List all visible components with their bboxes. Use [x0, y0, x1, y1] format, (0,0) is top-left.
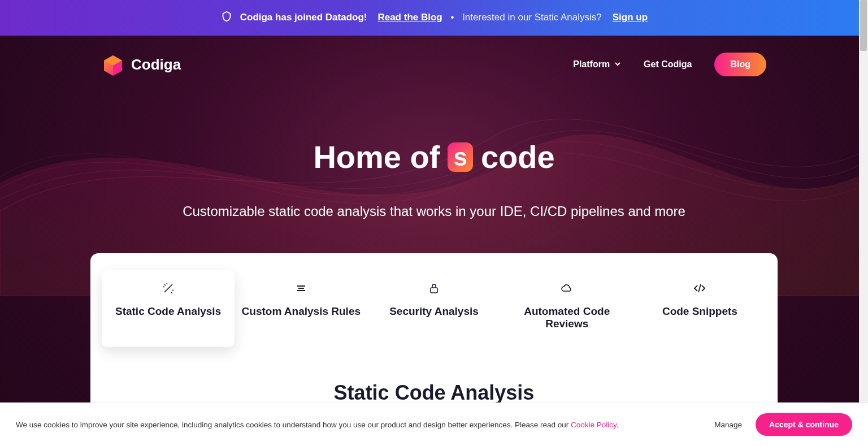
nav-platform-label: Platform: [573, 59, 610, 70]
announcement-read-blog-link[interactable]: Read the Blog: [377, 12, 442, 23]
tab-label: Security Analysis: [389, 305, 479, 317]
tab-static-code-analysis[interactable]: Static Code Analysis: [102, 270, 235, 347]
svg-rect-3: [431, 288, 437, 293]
hero-title: Home of s code: [11, 138, 857, 175]
codiga-logo-icon: [102, 53, 124, 76]
main-header: Codiga Platform Get Codiga Blog: [0, 36, 868, 93]
hero-section: Codiga Platform Get Codiga Blog Home of …: [0, 36, 868, 446]
nav-get-codiga[interactable]: Get Codiga: [644, 59, 692, 70]
announcement-interested-text: Interested in our Static Analysis?: [462, 12, 602, 23]
cookie-banner: We use cookies to improve your site expe…: [0, 402, 868, 446]
datadog-icon: [220, 10, 233, 25]
tab-automated-code-reviews[interactable]: Automated Code Reviews: [501, 270, 633, 347]
code-icon: [639, 282, 761, 295]
section-title: Static Code Analysis: [113, 381, 755, 405]
features-tabs: Static Code Analysis Custom Analysis Rul…: [90, 270, 778, 347]
cookie-actions: Manage Accept & continue: [714, 413, 852, 436]
tab-custom-analysis-rules[interactable]: Custom Analysis Rules: [235, 270, 367, 347]
cloud-icon: [506, 282, 628, 295]
hero-title-right: code: [481, 138, 555, 175]
cookie-text: We use cookies to improve your site expe…: [16, 421, 619, 429]
chevron-down-icon: [614, 59, 621, 70]
nav-platform[interactable]: Platform: [573, 59, 621, 70]
announcement-signup-link[interactable]: Sign up: [613, 12, 648, 23]
separator-dot: •: [450, 12, 454, 23]
cookie-period: .: [617, 421, 619, 429]
list-icon: [240, 282, 362, 295]
nav-blog-button[interactable]: Blog: [714, 53, 766, 76]
tab-label: Automated Code Reviews: [524, 305, 610, 330]
tab-security-analysis[interactable]: Security Analysis: [367, 270, 500, 347]
wand-icon: [107, 282, 229, 295]
brand-logo[interactable]: Codiga: [102, 53, 181, 76]
tab-label: Custom Analysis Rules: [242, 305, 361, 317]
lock-icon: [373, 282, 494, 295]
hero-title-left: Home of: [313, 138, 440, 175]
cookie-accept-button[interactable]: Accept & continue: [756, 413, 852, 436]
announcement-bar: Codiga has joined Datadog! Read the Blog…: [0, 0, 868, 36]
cookie-manage-link[interactable]: Manage: [714, 421, 742, 429]
tab-label: Code Snippets: [662, 305, 737, 317]
hero-content: Home of s code Customizable static code …: [0, 93, 868, 253]
tab-label: Static Code Analysis: [115, 305, 221, 317]
brand-name: Codiga: [131, 56, 181, 73]
announcement-joined-text: Codiga has joined Datadog!: [240, 12, 367, 23]
hero-subtitle: Customizable static code analysis that w…: [180, 203, 688, 219]
cookie-policy-link[interactable]: Cookie Policy: [571, 421, 617, 429]
cookie-message: We use cookies to improve your site expe…: [16, 421, 571, 429]
hero-title-badge: s: [448, 142, 472, 172]
main-nav: Platform Get Codiga Blog: [573, 53, 766, 76]
nav-get-codiga-label: Get Codiga: [644, 59, 692, 70]
tab-code-snippets[interactable]: Code Snippets: [633, 270, 766, 347]
